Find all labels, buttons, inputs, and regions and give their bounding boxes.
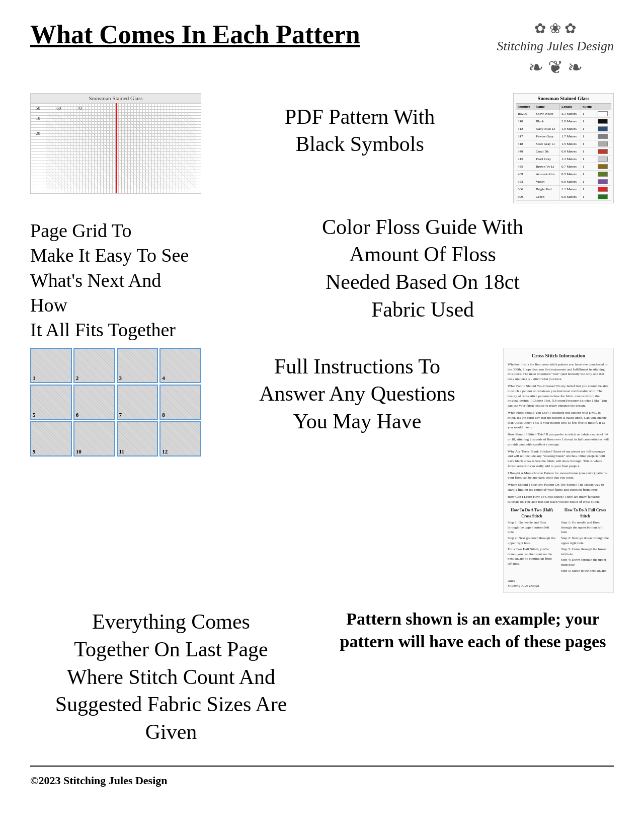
thumb-inner [74,386,114,419]
cell-number: 318 [516,140,534,147]
cell-number: 553 [516,178,534,185]
table-row: B5200 Snow White 3.1 Meters 1 [516,110,611,117]
thumb-num: 1 [33,375,36,381]
cell-name: Brown Vy Lt [534,163,560,170]
half-stitch-col: How To Do A Two (Half) Cross Stitch Step… [508,507,556,574]
brand-name: Stitching Jules Design [497,38,614,55]
cell-color [596,193,611,200]
cell-skeins: 1 [581,170,596,178]
cell-skeins: 1 [581,155,596,163]
cell-name: Steel Gray Lt [534,140,560,147]
cell-skeins: 1 [581,125,596,132]
cs-paragraph: How Should I Stitch This? If you prefer … [508,432,609,447]
center-red-line [116,103,117,194]
table-row: 666 Bright Red 1.1 Meters 1 [516,185,611,193]
cs-paragraph: Whether this is the first cross stitch p… [508,362,609,382]
cell-color [596,110,611,117]
cell-number: 312 [516,125,534,132]
thumb-inner [31,422,71,456]
floss-guide-mock: Snowman Stained Glass Number Name Length… [513,93,614,203]
list-item: 7 [117,385,158,420]
cell-name: Coral Dk [534,147,560,155]
full-step: Step 5: Move to the next square. [561,569,609,574]
cell-color [596,125,611,132]
cell-length: 1.9 Meters [559,125,581,132]
cell-name: Avocado Grn [534,170,560,178]
floss-table: Number Name Length Skeins B5200 Snow Whi… [516,103,611,201]
pattern-preview: Snowman Stained Glass 50 60 70 10 20 [30,93,201,194]
cell-skeins: 1 [581,163,596,170]
table-row: 349 Coral Dk 0.9 Meters 1 [516,147,611,155]
full-stitch-title: How To Do A Full Cross Stitch [561,507,609,518]
table-row: 318 Steel Gray Lt 1.5 Meters 1 [516,140,611,147]
cell-color [596,170,611,178]
cell-color [596,147,611,155]
cell-length: 3.1 Meters [559,110,581,117]
table-row: 312 Navy Blue Lt 1.9 Meters 1 [516,125,611,132]
thumb-inner [31,349,71,382]
cell-number: 435 [516,163,534,170]
thumb-inner [31,386,71,419]
thumb-num: 3 [119,375,122,381]
cell-color [596,132,611,140]
list-item: 6 [73,385,115,420]
color-floss-label: Color Floss Guide With Amount Of Floss N… [231,213,614,323]
pattern-example-label: Pattern shown is an example; your patter… [332,608,614,652]
cs-paragraphs: Whether this is the first cross stitch p… [508,362,609,505]
list-item: 2 [73,348,115,383]
instructions-label: Full Instructions To Answer Any Question… [221,348,493,435]
cs-steps-container: How To Do A Two (Half) Cross Stitch Step… [508,507,609,574]
table-row: 699 Green 0.6 Meters 1 [516,193,611,200]
cs-paragraph: How Can I Learn How To Cross Stitch? The… [508,495,609,505]
grid-numbers: 50 60 70 10 20 [36,106,82,136]
cell-color [596,178,611,185]
cell-color [596,155,611,163]
thumb-num: 6 [76,412,79,418]
half-step: Step 2: Next go down through the upper r… [508,536,556,546]
cross-stitch-info: Cross Stitch Information Whether this is… [503,348,614,593]
cell-length: 1.1 Meters [559,185,581,193]
cell-number: 666 [516,185,534,193]
cs-paragraph: What Fabric Should You Choose? It's my b… [508,384,609,409]
full-step: Step 4: Down through the upper right hol… [561,558,609,568]
cell-skeins: 1 [581,132,596,140]
section-everything: Everything Comes Together On Last Page W… [30,608,614,745]
cs-paragraph: Why Are There Blank Stitches? Some of my… [508,449,609,469]
cell-skeins: 1 [581,140,596,147]
full-step: Step 2: Next go down through the upper r… [561,536,609,546]
brand-swirl: ❧ ❦ ❧ [497,57,614,78]
cell-length: 0.5 Meters [559,170,581,178]
thumb-inner [118,386,157,419]
half-stitch-title: How To Do A Two (Half) Cross Stitch [508,507,556,518]
cell-name: Navy Blue Lt [534,125,560,132]
copyright: ©2023 Stitching Jules Design [30,774,614,787]
cell-length: 0.8 Meters [559,178,581,185]
page-header: What Comes In Each Pattern ✿ ❀ ✿ Stitchi… [30,20,614,78]
table-row: 317 Pewter Gray 1.7 Meters 1 [516,132,611,140]
full-steps: Step 1: Go needle and floss through the … [561,520,609,574]
page-footer: ©2023 Stitching Jules Design [30,766,614,787]
thumb-num: 2 [76,375,79,381]
list-item: 1 [30,348,72,383]
cell-name: Black [534,117,560,125]
list-item: 3 [117,348,158,383]
cell-color [596,117,611,125]
table-row: 469 Avocado Grn 0.5 Meters 1 [516,170,611,178]
cell-length: 0.9 Meters [559,147,581,155]
cs-info-title: Cross Stitch Information [508,352,609,359]
cell-name: Violet [534,178,560,185]
cell-number: 469 [516,170,534,178]
cell-length: 1.5 Meters [559,140,581,147]
cell-color [596,163,611,170]
list-item: 9 [30,421,72,457]
cell-name: Pewter Gray [534,132,560,140]
list-item: 8 [159,385,201,420]
table-row: 435 Brown Vy Lt 0.7 Meters 1 [516,163,611,170]
cell-length: 0.6 Meters [559,193,581,200]
thumb-inner [118,349,157,382]
col-number: Number [516,103,534,110]
cell-skeins: 1 [581,147,596,155]
section-pdf-pattern: Snowman Stained Glass 50 60 70 10 20 PDF… [30,93,614,203]
everything-label: Everything Comes Together On Last Page W… [30,608,312,745]
list-item: 11 [117,421,158,457]
